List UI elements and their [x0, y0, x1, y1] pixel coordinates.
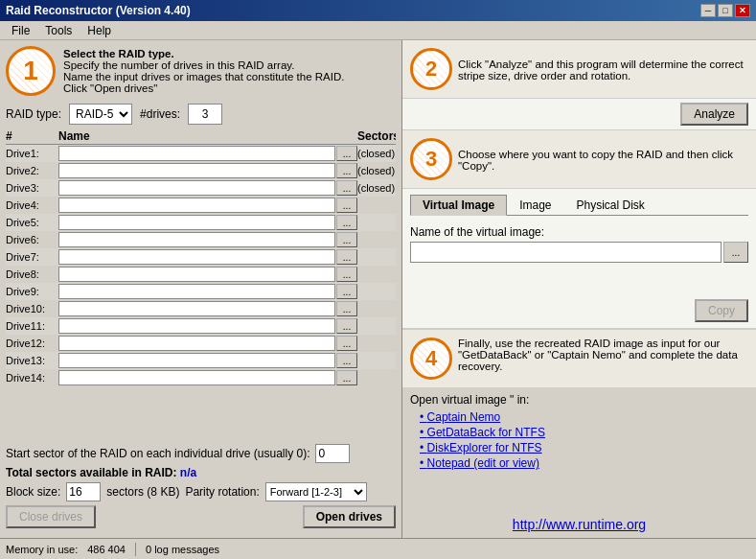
drive12-input[interactable]	[58, 336, 335, 351]
menu-help[interactable]: Help	[80, 22, 119, 39]
drive9-browse[interactable]: ...	[336, 284, 357, 299]
drive11-browse[interactable]: ...	[336, 318, 357, 334]
log-messages: 0 log messages	[146, 544, 219, 555]
drive1-label: Drive1:	[6, 148, 58, 159]
col-header-name: Name	[58, 129, 357, 143]
block-row: Block size: sectors (8 KB) Parity rotati…	[6, 482, 396, 501]
step3-section: 3 Choose where you want to copy the RAID…	[402, 130, 756, 189]
drive8-label: Drive8:	[6, 268, 58, 280]
table-row: Drive10: ...	[6, 300, 396, 317]
drive2-label: Drive2:	[6, 165, 58, 176]
vi-name-label: Name of the virtual image:	[410, 225, 748, 239]
menu-file[interactable]: File	[4, 22, 37, 39]
step4-text: Finally, use the recreated RAID image as…	[458, 338, 748, 372]
table-row: Drive9: ...	[6, 283, 396, 300]
step1-text: Select the RAID type. Specify the number…	[63, 46, 396, 94]
block-size-input[interactable]	[66, 482, 101, 501]
memory-value: 486 404	[87, 544, 126, 555]
drive3-status: (closed)	[357, 182, 396, 194]
captain-nemo-link[interactable]: Captain Nemo	[420, 410, 748, 424]
drive12-browse[interactable]: ...	[336, 336, 357, 351]
drive3-input[interactable]	[58, 180, 335, 196]
open-drives-button[interactable]: Open drives	[303, 505, 396, 528]
table-row: Drive11: ...	[6, 317, 396, 335]
drive7-browse[interactable]: ...	[336, 249, 357, 265]
maximize-btn[interactable]: □	[718, 4, 733, 17]
drive13-label: Drive13:	[6, 355, 58, 366]
drive6-label: Drive6:	[6, 234, 58, 245]
drive6-browse[interactable]: ...	[336, 232, 357, 247]
close-btn[interactable]: ✕	[735, 4, 750, 17]
parity-label: Parity rotation:	[185, 485, 259, 499]
tab-virtual-image[interactable]: Virtual Image	[410, 195, 507, 216]
drive10-input[interactable]	[58, 301, 335, 316]
vi-name-input[interactable]	[410, 242, 722, 263]
copy-button[interactable]: Copy	[695, 299, 748, 322]
drive7-input[interactable]	[58, 249, 335, 265]
drive9-label: Drive9:	[6, 286, 58, 297]
step4-section: 4 Finally, use the recreated RAID image …	[402, 329, 756, 387]
step4-circle: 4	[410, 338, 452, 380]
col-header-sectors: Sectors	[357, 129, 396, 143]
drive1-input[interactable]	[58, 146, 335, 161]
drive2-input[interactable]	[58, 163, 335, 178]
drive5-label: Drive5:	[6, 217, 58, 228]
tab-physical-disk[interactable]: Physical Disk	[564, 195, 657, 216]
drive8-browse[interactable]: ...	[336, 267, 357, 282]
open-label: Open virtual image " in:	[410, 393, 748, 407]
num-drives-input[interactable]	[188, 104, 222, 125]
drive14-input[interactable]	[58, 370, 335, 385]
start-sector-label: Start sector of the RAID on each individ…	[6, 447, 309, 460]
copy-tabs: Virtual Image Image Physical Disk	[410, 195, 748, 216]
drive14-browse[interactable]: ...	[336, 370, 357, 385]
raid-type-label: RAID type:	[6, 107, 61, 121]
drive2-browse[interactable]: ...	[336, 163, 357, 178]
minimize-btn[interactable]: ─	[700, 4, 716, 17]
open-links-section: Open virtual image " in: Captain Nemo Ge…	[402, 387, 756, 511]
menu-tools[interactable]: Tools	[37, 22, 80, 39]
notepad-link[interactable]: Notepad (edit or view)	[420, 456, 748, 470]
close-drives-button[interactable]: Close drives	[6, 505, 96, 528]
parity-select[interactable]: Forward [1-2-3] Backward [3-2-1]	[265, 482, 367, 501]
drive1-status: (closed)	[357, 148, 396, 159]
menu-bar: File Tools Help	[0, 21, 756, 40]
step3-text: Choose where you want to copy the RAID a…	[458, 147, 748, 172]
drive5-input[interactable]	[58, 215, 335, 230]
drive5-browse[interactable]: ...	[336, 215, 357, 230]
drives-table: # Name Sectors Drive1: ... (closed) Driv…	[6, 128, 396, 437]
drive1-browse[interactable]: ...	[336, 146, 357, 161]
drive6-input[interactable]	[58, 232, 335, 247]
drive4-input[interactable]	[58, 198, 335, 213]
table-row: Drive2: ... (closed)	[6, 162, 396, 179]
analyze-button[interactable]: Analyze	[680, 103, 748, 126]
diskexplorer-ntfs-link[interactable]: DiskExplorer for NTFS	[420, 441, 748, 454]
btn-row: Close drives Open drives	[6, 505, 396, 528]
step3-circle: 3	[410, 138, 452, 180]
title-bar: Raid Reconstructor (Version 4.40) ─ □ ✕	[0, 0, 756, 21]
drive2-status: (closed)	[357, 165, 396, 176]
table-row: Drive12: ...	[6, 335, 396, 352]
drive9-input[interactable]	[58, 284, 335, 299]
getdataback-ntfs-link[interactable]: GetDataBack for NTFS	[420, 426, 748, 439]
start-sector-input[interactable]	[315, 444, 350, 463]
drive13-input[interactable]	[58, 353, 335, 368]
raid-type-select[interactable]: RAID-5 RAID-0 RAID-6 JBOD	[69, 104, 132, 125]
runtime-link[interactable]: http://www.runtime.org	[402, 511, 756, 538]
tab-image[interactable]: Image	[507, 195, 563, 216]
table-row: Drive5: ...	[6, 214, 396, 231]
status-bar: Memory in use: 486 404 0 log messages	[0, 538, 756, 559]
drive3-browse[interactable]: ...	[336, 180, 357, 196]
analyze-btn-wrap: Analyze	[402, 99, 756, 130]
drive8-input[interactable]	[58, 267, 335, 282]
drive11-input[interactable]	[58, 318, 335, 334]
title-text: Raid Reconstructor (Version 4.40)	[6, 4, 191, 17]
right-panel: 2 Click "Analyze" and this program will …	[402, 40, 756, 538]
drive13-browse[interactable]: ...	[336, 353, 357, 368]
drive10-browse[interactable]: ...	[336, 301, 357, 316]
drive4-label: Drive4:	[6, 199, 58, 211]
vi-browse-button[interactable]: ...	[723, 242, 748, 263]
copy-section: Virtual Image Image Physical Disk Name o…	[402, 189, 756, 329]
drive4-browse[interactable]: ...	[336, 198, 357, 213]
step2-circle: 2	[410, 48, 452, 90]
table-row: Drive13: ...	[6, 352, 396, 369]
